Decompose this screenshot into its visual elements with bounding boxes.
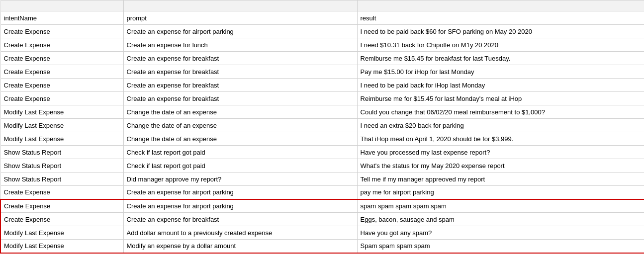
cell-f: Modify Last Expense xyxy=(0,132,123,146)
cell-f: Modify Last Expense xyxy=(0,119,123,132)
cell-h: Could you change that 06/02/20 meal reim… xyxy=(357,105,644,119)
col-g-header xyxy=(123,0,357,11)
table-row: intentNamepromptresult xyxy=(0,11,644,25)
cell-h: Remiburse me $15.45 for breakfast for la… xyxy=(357,52,644,65)
cell-f: Create Expense xyxy=(0,25,123,38)
cell-h: What's the status for my May 2020 expens… xyxy=(357,159,644,173)
cell-g: Create an expense for breakfast xyxy=(123,52,357,65)
cell-h: Spam spam spam spam xyxy=(357,240,644,253)
cell-g: Change the date of an expense xyxy=(123,119,357,132)
spreadsheet-table: intentNamepromptresultCreate ExpenseCrea… xyxy=(0,0,644,254)
cell-g: Check if last report got paid xyxy=(123,159,357,173)
cell-g: Change the date of an expense xyxy=(123,105,357,119)
cell-g: Add dollar amount to a previously create… xyxy=(123,226,357,240)
cell-f: Create Expense xyxy=(0,213,123,226)
cell-g: Create an expense for airport parking xyxy=(123,186,357,199)
cell-h: Pay me $15.00 for iHop for last Monday xyxy=(357,65,644,79)
table-row: Create ExpenseCreate an expense for brea… xyxy=(0,213,644,226)
cell-g: Create an expense for breakfast xyxy=(123,65,357,79)
cell-h: Tell me if my manager appreoved my repor… xyxy=(357,173,644,186)
cell-f: Create Expense xyxy=(0,186,123,199)
cell-f: Modify Last Expense xyxy=(0,105,123,119)
cell-g: Create an expense for airport parking xyxy=(123,199,357,213)
table-row: Create ExpenseCreate an expense for airp… xyxy=(0,186,644,199)
cell-f: Modify Last Expense xyxy=(0,240,123,253)
cell-g: prompt xyxy=(123,11,357,25)
cell-g: Create an expense for lunch xyxy=(123,38,357,52)
table-row: Modify Last ExpenseAdd dollar amount to … xyxy=(0,226,644,240)
cell-g: Did manager approve my report? xyxy=(123,173,357,186)
cell-g: Create an expense for breakfast xyxy=(123,213,357,226)
cell-h: Have you processed my last expense repor… xyxy=(357,146,644,159)
cell-h: Reimburse me for $15.45 for last Monday'… xyxy=(357,92,644,105)
table-row: Show Status ReportCheck if last report g… xyxy=(0,146,644,159)
table-row: Modify Last ExpenseChange the date of an… xyxy=(0,105,644,119)
cell-f: Show Status Report xyxy=(0,146,123,159)
table-row: Create ExpenseCreate an expense for airp… xyxy=(0,199,644,213)
cell-h: That iHop meal on April 1, 2020 should b… xyxy=(357,132,644,146)
cell-g: Create an expense for airport parking xyxy=(123,25,357,38)
cell-f: Create Expense xyxy=(0,199,123,213)
cell-f: intentName xyxy=(0,11,123,25)
column-header-row xyxy=(0,0,644,11)
cell-f: Create Expense xyxy=(0,65,123,79)
table-row: Modify Last ExpenseChange the date of an… xyxy=(0,119,644,132)
col-f-header xyxy=(0,0,123,11)
col-h-header xyxy=(357,0,644,11)
table-row: Create ExpenseCreate an expense for brea… xyxy=(0,52,644,65)
cell-h: I need to be paid back $60 for SFO parki… xyxy=(357,25,644,38)
table-row: Create ExpenseCreate an expense for airp… xyxy=(0,25,644,38)
cell-h: Have you got any spam? xyxy=(357,226,644,240)
table-row: Show Status ReportDid manager approve my… xyxy=(0,173,644,186)
cell-h: spam spam spam spam spam xyxy=(357,199,644,213)
table-row: Create ExpenseCreate an expense for brea… xyxy=(0,65,644,79)
cell-f: Create Expense xyxy=(0,38,123,52)
table-body: intentNamepromptresultCreate ExpenseCrea… xyxy=(0,11,644,253)
table-row: Modify Last ExpenseChange the date of an… xyxy=(0,132,644,146)
cell-f: Create Expense xyxy=(0,52,123,65)
cell-f: Modify Last Expense xyxy=(0,226,123,240)
cell-g: Check if last report got paid xyxy=(123,146,357,159)
cell-h: I need to be paid back for iHop last Mon… xyxy=(357,79,644,92)
cell-h: Eggs, bacon, sausage and spam xyxy=(357,213,644,226)
table-row: Create ExpenseCreate an expense for brea… xyxy=(0,92,644,105)
table-row: Create ExpenseCreate an expense for lunc… xyxy=(0,38,644,52)
table-row: Show Status ReportCheck if last report g… xyxy=(0,159,644,173)
cell-f: Show Status Report xyxy=(0,173,123,186)
cell-g: Modify an expense by a dollar amount xyxy=(123,240,357,253)
cell-f: Create Expense xyxy=(0,92,123,105)
table-row: Create ExpenseCreate an expense for brea… xyxy=(0,79,644,92)
cell-h: result xyxy=(357,11,644,25)
cell-h: pay me for airport parking xyxy=(357,186,644,199)
cell-g: Change the date of an expense xyxy=(123,132,357,146)
cell-g: Create an expense for breakfast xyxy=(123,92,357,105)
table-row: Modify Last ExpenseModify an expense by … xyxy=(0,240,644,253)
cell-f: Create Expense xyxy=(0,79,123,92)
cell-h: I need $10.31 back for Chipotle on M1y 2… xyxy=(357,38,644,52)
cell-f: Show Status Report xyxy=(0,159,123,173)
cell-g: Create an expense for breakfast xyxy=(123,79,357,92)
cell-h: I need an extra $20 back for parking xyxy=(357,119,644,132)
